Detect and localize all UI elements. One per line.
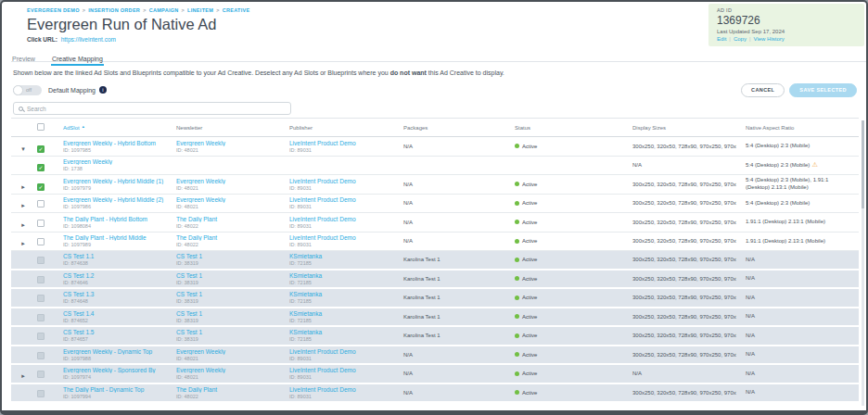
adslot-link[interactable]: The Daily Plant - Hybrid Middle <box>63 234 167 241</box>
newsletter-link[interactable]: Evergreen Weekly <box>176 140 280 146</box>
expand-chevron-icon[interactable] <box>21 202 25 208</box>
status-badge: Active <box>505 390 623 396</box>
info-icon[interactable] <box>99 86 107 94</box>
breadcrumb-item[interactable]: EVERGREEN DEMO <box>27 7 80 13</box>
packages-cell: N/A <box>394 182 505 187</box>
row-checkbox[interactable] <box>37 238 45 245</box>
status-dot-icon <box>515 390 519 395</box>
newsletter-link[interactable]: CS Test 1 <box>176 253 280 259</box>
adslot-link[interactable]: CS Test 1.2 <box>63 272 167 279</box>
publisher-link[interactable]: LiveIntent Product Demo <box>289 216 394 222</box>
status-badge: Active <box>505 314 623 320</box>
newsletter-id: ID: 38319 <box>176 260 280 266</box>
row-checkbox[interactable] <box>37 314 45 321</box>
column-header-adslot[interactable]: AdSlot <box>54 124 167 131</box>
select-all-checkbox[interactable] <box>37 123 45 131</box>
aspect-ratio-text: N/A <box>746 333 755 338</box>
status-badge: Active <box>505 220 623 225</box>
breadcrumb-item[interactable]: CAMPAIGN <box>149 7 179 13</box>
publisher-link[interactable]: LiveIntent Product Demo <box>289 348 394 355</box>
publisher-link[interactable]: LiveIntent Product Demo <box>289 367 394 373</box>
newsletter-link[interactable]: CS Test 1 <box>176 291 280 297</box>
status-dot-icon <box>515 333 519 338</box>
row-checkbox[interactable] <box>37 352 45 359</box>
view-history-link[interactable]: View History <box>753 36 784 42</box>
sort-asc-icon <box>80 125 85 131</box>
column-header-aspect-ratio[interactable]: Native Aspect Ratio <box>736 125 853 131</box>
publisher-link[interactable]: LiveIntent Product Demo <box>289 178 394 184</box>
expand-chevron-icon[interactable] <box>21 145 25 152</box>
newsletter-link[interactable]: The Daily Plant <box>176 216 280 222</box>
adslot-link[interactable]: The Daily Plant - Hybrid Bottom <box>63 216 167 222</box>
row-checkbox[interactable] <box>37 257 45 264</box>
breadcrumb-item[interactable]: INSERTION ORDER <box>88 7 140 13</box>
breadcrumb-item[interactable]: CREATIVE <box>223 7 250 13</box>
default-mapping-toggle[interactable]: off <box>13 85 42 95</box>
row-checkbox[interactable] <box>37 220 45 227</box>
packages-cell: N/A <box>394 352 505 358</box>
adslot-link[interactable]: Evergreen Weekly - Sponsored By <box>63 367 167 373</box>
publisher-link[interactable]: LiveIntent Product Demo <box>289 196 394 203</box>
row-checkbox[interactable] <box>37 164 45 171</box>
adslot-link[interactable]: CS Test 1.5 <box>63 329 167 335</box>
publisher-link[interactable]: KSmietanka <box>289 253 394 259</box>
expand-chevron-icon[interactable] <box>21 183 25 190</box>
newsletter-link[interactable]: CS Test 1 <box>176 272 280 279</box>
adslot-link[interactable]: CS Test 1.3 <box>63 291 167 297</box>
row-checkbox[interactable] <box>37 371 45 378</box>
newsletter-link[interactable]: Evergreen Weekly <box>176 348 280 355</box>
row-checkbox[interactable] <box>37 145 45 153</box>
adslot-link[interactable]: Evergreen Weekly - Dynamic Top <box>63 348 167 355</box>
search-input[interactable] <box>27 106 286 112</box>
copy-link[interactable]: Copy <box>734 36 747 42</box>
publisher-link[interactable]: LiveIntent Product Demo <box>289 140 394 146</box>
status-text: Active <box>522 295 537 300</box>
column-header-newsletter[interactable]: Newsletter <box>167 125 280 131</box>
row-checkbox[interactable] <box>37 390 45 397</box>
publisher-id: ID: 72185 <box>289 260 394 266</box>
publisher-link[interactable]: KSmietanka <box>289 310 394 317</box>
column-header-packages[interactable]: Packages <box>394 125 505 131</box>
row-checkbox[interactable] <box>37 295 45 302</box>
adslot-link[interactable]: Evergreen Weekly <box>63 158 167 165</box>
newsletter-link[interactable]: CS Test 1 <box>176 329 280 335</box>
column-header-display-sizes[interactable]: Display Sizes <box>623 125 736 131</box>
publisher-link[interactable]: LiveIntent Product Demo <box>289 386 394 393</box>
tab-preview[interactable]: Preview <box>11 53 36 66</box>
adslot-link[interactable]: The Daily Plant - Dynamic Top <box>63 386 167 393</box>
newsletter-link[interactable]: CS Test 1 <box>176 310 280 317</box>
adslot-link[interactable]: CS Test 1.1 <box>63 253 167 259</box>
tab-creative-mapping[interactable]: Creative Mapping <box>51 53 104 66</box>
scrollbar-thumb[interactable] <box>862 120 864 208</box>
column-header-publisher[interactable]: Publisher <box>280 125 394 131</box>
adslot-link[interactable]: Evergreen Weekly - Hybrid Middle (2) <box>63 196 167 203</box>
scrollbar[interactable] <box>862 120 864 406</box>
expand-chevron-icon[interactable] <box>21 372 25 379</box>
breadcrumb-item[interactable]: LINEITEM <box>187 7 213 13</box>
row-checkbox[interactable] <box>37 333 45 340</box>
publisher-link[interactable]: KSmietanka <box>289 291 394 297</box>
display-sizes-cell: 300x250, 320x50, 728x90, 970x250, 970x55… <box>623 390 736 396</box>
newsletter-link[interactable]: Evergreen Weekly <box>176 196 280 203</box>
row-checkbox[interactable] <box>37 183 45 191</box>
row-checkbox[interactable] <box>37 276 45 283</box>
table-row: The Daily Plant - Dynamic Top ID: 109799… <box>11 384 859 404</box>
newsletter-link[interactable]: Evergreen Weekly <box>176 178 280 184</box>
newsletter-link[interactable]: The Daily Plant <box>176 234 280 241</box>
adslot-link[interactable]: CS Test 1.4 <box>63 310 167 317</box>
publisher-link[interactable]: LiveIntent Product Demo <box>289 234 394 241</box>
cancel-button[interactable]: CANCEL <box>741 83 785 97</box>
save-selected-button[interactable]: SAVE SELECTED <box>789 83 857 97</box>
adslot-link[interactable]: Evergreen Weekly - Hybrid Middle (1) <box>63 178 167 184</box>
click-url-link[interactable]: https://liveintent.com <box>61 36 116 43</box>
newsletter-link[interactable]: Evergreen Weekly <box>176 367 280 373</box>
expand-chevron-icon[interactable] <box>21 221 25 228</box>
column-header-status[interactable]: Status <box>505 125 623 131</box>
expand-chevron-icon[interactable] <box>21 240 25 246</box>
edit-link[interactable]: Edit <box>717 36 726 42</box>
newsletter-link[interactable]: The Daily Plant <box>176 386 280 393</box>
publisher-link[interactable]: KSmietanka <box>289 329 394 335</box>
publisher-link[interactable]: KSmietanka <box>289 272 394 279</box>
row-checkbox[interactable] <box>37 200 45 208</box>
adslot-link[interactable]: Evergreen Weekly - Hybrid Bottom <box>63 140 167 146</box>
